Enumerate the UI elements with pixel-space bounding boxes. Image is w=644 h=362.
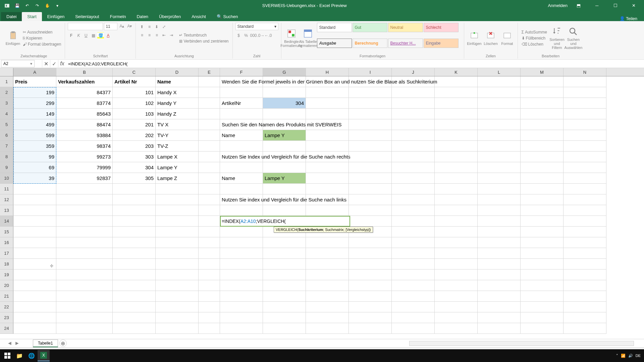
cell-E19[interactable] — [199, 269, 220, 280]
cell-F16[interactable] — [220, 237, 263, 248]
cell-D23[interactable] — [156, 312, 199, 323]
cell-A14[interactable] — [13, 216, 56, 227]
cell-L6[interactable] — [478, 130, 521, 141]
cell-C23[interactable] — [113, 312, 156, 323]
cell-K4[interactable] — [435, 109, 478, 119]
cell-M10[interactable] — [521, 173, 564, 184]
col-header-F[interactable]: F — [220, 68, 263, 76]
cell-K1[interactable] — [435, 76, 478, 87]
row-header-1[interactable]: 1 — [0, 76, 13, 87]
number-format[interactable]: Standard▾ — [235, 23, 278, 30]
cut-button[interactable]: ✂ Ausschneiden — [22, 29, 62, 35]
cell-M3[interactable] — [521, 98, 564, 109]
horizontal-scrollbar[interactable] — [409, 341, 634, 346]
cell-B18[interactable] — [56, 259, 113, 269]
fill-color-button[interactable]: 🪣 — [97, 32, 104, 39]
delete-cells-button[interactable]: Löschen — [483, 23, 498, 53]
cell-C2[interactable]: 101 — [113, 87, 156, 98]
cell-J19[interactable] — [392, 269, 435, 280]
cell-F1[interactable]: Wenden Sie die Formel jeweils in der Grü… — [220, 76, 263, 87]
cell-E10[interactable] — [199, 173, 220, 184]
cell-M2[interactable] — [521, 87, 564, 98]
cell-M22[interactable] — [521, 302, 564, 312]
cell-I23[interactable] — [349, 312, 392, 323]
border-button[interactable]: ▦ — [90, 32, 97, 39]
row-header-12[interactable]: 12 — [0, 194, 13, 205]
cell-B21[interactable] — [56, 291, 113, 302]
cell-J6[interactable] — [392, 130, 435, 141]
cell-H7[interactable] — [306, 141, 349, 152]
cell-N3[interactable] — [564, 98, 606, 109]
sheet-nav-next-icon[interactable]: ► — [14, 340, 20, 346]
wrap-text-button[interactable]: ↵ Textumbruch — [178, 33, 229, 38]
cell-G16[interactable] — [263, 237, 306, 248]
cell-E6[interactable] — [199, 130, 220, 141]
tab-start[interactable]: Start — [22, 12, 42, 21]
cell-H1[interactable] — [306, 76, 349, 87]
cell-A9[interactable]: 69 — [13, 162, 56, 173]
cell-N10[interactable] — [564, 173, 606, 184]
cell-N12[interactable] — [564, 194, 606, 205]
cell-L21[interactable] — [478, 291, 521, 302]
cell-E3[interactable] — [199, 98, 220, 109]
fx-icon[interactable]: fx — [58, 60, 66, 67]
cell-L22[interactable] — [478, 302, 521, 312]
add-sheet-icon[interactable]: ⊕ — [59, 340, 67, 347]
cell-C19[interactable] — [113, 269, 156, 280]
cell-A1[interactable]: Preis — [13, 76, 56, 87]
cell-C9[interactable]: 304 — [113, 162, 156, 173]
cell-K13[interactable] — [435, 205, 478, 216]
cell-C21[interactable] — [113, 291, 156, 302]
underline-button[interactable]: U — [83, 32, 89, 39]
col-header-D[interactable]: D — [156, 68, 199, 76]
cell-I21[interactable] — [349, 291, 392, 302]
cell-F13[interactable] — [220, 205, 263, 216]
cell-F15[interactable] — [220, 227, 263, 237]
cell-N9[interactable] — [564, 162, 606, 173]
cell-A10[interactable]: 39 — [13, 173, 56, 184]
cell-G23[interactable] — [263, 312, 306, 323]
cell-K24[interactable] — [435, 323, 478, 334]
cell-B17[interactable] — [56, 248, 113, 259]
cell-N24[interactable] — [564, 323, 606, 334]
cell-K23[interactable] — [435, 312, 478, 323]
explorer-icon[interactable]: 📁 — [13, 350, 25, 361]
cell-M5[interactable] — [521, 119, 564, 130]
cell-D20[interactable] — [156, 280, 199, 291]
cell-J14[interactable] — [392, 216, 435, 227]
cell-M13[interactable] — [521, 205, 564, 216]
cell-E12[interactable] — [199, 194, 220, 205]
save-icon[interactable]: 💾 — [13, 2, 21, 9]
cell-K20[interactable] — [435, 280, 478, 291]
tab-ansicht[interactable]: Ansicht — [186, 12, 211, 21]
cell-A22[interactable] — [13, 302, 56, 312]
cell-M23[interactable] — [521, 312, 564, 323]
tab-seitenlayout[interactable]: Seitenlayout — [70, 12, 105, 21]
redo-icon[interactable]: ↷ — [34, 2, 41, 9]
cell-L14[interactable] — [478, 216, 521, 227]
cell-J4[interactable] — [392, 109, 435, 119]
cell-N2[interactable] — [564, 87, 606, 98]
cell-H13[interactable] — [306, 205, 349, 216]
cell-L13[interactable] — [478, 205, 521, 216]
cell-B10[interactable]: 92837 — [56, 173, 113, 184]
format-cells-button[interactable]: Format — [500, 23, 515, 53]
cell-D16[interactable] — [156, 237, 199, 248]
cell-C4[interactable]: 103 — [113, 109, 156, 119]
col-header-L[interactable]: L — [478, 68, 521, 76]
cell-N21[interactable] — [564, 291, 606, 302]
cell-B1[interactable]: Verkaufszahlen — [56, 76, 113, 87]
cell-H18[interactable] — [306, 259, 349, 269]
indent-dec-icon[interactable]: ⇤ — [161, 32, 167, 39]
cell-D14[interactable] — [156, 216, 199, 227]
cell-L5[interactable] — [478, 119, 521, 130]
minimize-icon[interactable]: ─ — [589, 0, 604, 11]
cell-E21[interactable] — [199, 291, 220, 302]
cell-M18[interactable] — [521, 259, 564, 269]
row-header-9[interactable]: 9 — [0, 162, 13, 173]
cell-M14[interactable] — [521, 216, 564, 227]
cell-A16[interactable] — [13, 237, 56, 248]
cell-E13[interactable] — [199, 205, 220, 216]
cell-G18[interactable] — [263, 259, 306, 269]
cell-E5[interactable] — [199, 119, 220, 130]
